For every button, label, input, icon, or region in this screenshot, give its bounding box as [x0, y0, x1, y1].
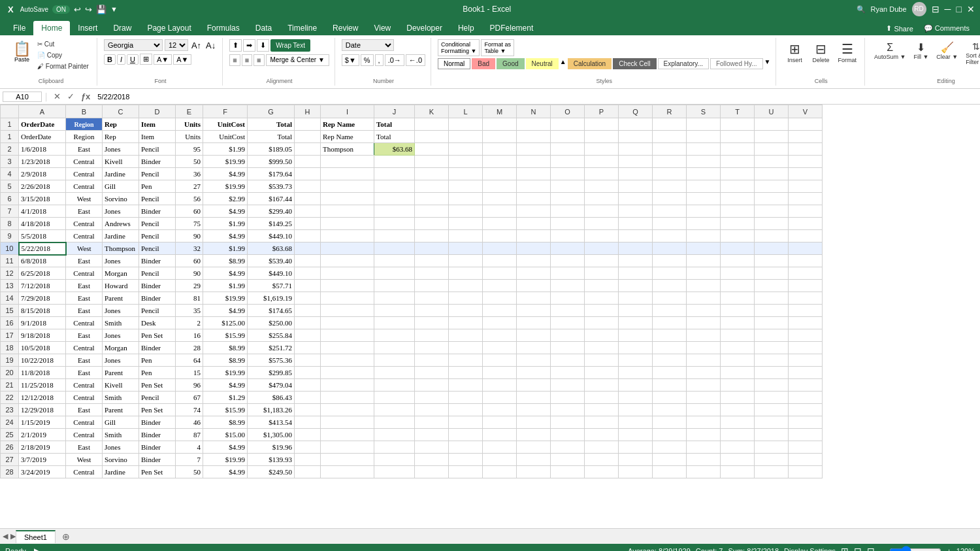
align-top-icon[interactable]: ⬆	[229, 39, 242, 52]
cell-a7[interactable]: 4/1/2018	[19, 205, 66, 218]
style-check-cell[interactable]: Check Cell	[613, 58, 656, 69]
autosum-button[interactable]: Σ AutoSum ▼	[872, 39, 908, 62]
cell-f9[interactable]: $4.99	[203, 230, 248, 242]
col-header-j[interactable]: J	[374, 105, 415, 118]
cell-d23[interactable]: Pen Set	[139, 404, 176, 416]
cell-d2[interactable]: Pencil	[139, 143, 176, 156]
wrap-text-button[interactable]: Wrap Text	[270, 39, 310, 52]
cell-i23[interactable]	[321, 404, 374, 416]
cell-c13[interactable]: Howard	[103, 280, 139, 292]
tab-insert[interactable]: Insert	[70, 21, 105, 35]
display-settings[interactable]: Display Settings	[784, 547, 836, 551]
cell-v25[interactable]	[789, 429, 823, 441]
cell-u3[interactable]	[755, 156, 789, 168]
row-header-11[interactable]: 11	[1, 255, 19, 267]
page-break-view-icon[interactable]: ⊡	[867, 546, 875, 551]
delete-button[interactable]: ⊟ Delete	[809, 39, 832, 65]
cell-i11[interactable]	[321, 255, 374, 267]
cell-k21[interactable]	[415, 379, 449, 392]
cell-j5[interactable]	[374, 180, 415, 193]
cell-t16[interactable]	[721, 317, 755, 329]
cell-n7[interactable]	[517, 205, 551, 218]
cell-h19[interactable]	[295, 354, 321, 367]
cell-m1[interactable]	[483, 118, 517, 131]
col-header-e[interactable]: E	[176, 105, 203, 118]
cell-j18[interactable]	[374, 342, 415, 354]
cell-v4[interactable]	[789, 168, 823, 180]
cell-i2[interactable]: Thompson	[321, 143, 374, 156]
cell-k11[interactable]	[415, 255, 449, 267]
confirm-formula-icon[interactable]: ✓	[65, 92, 76, 101]
row-header-10[interactable]: 10	[1, 242, 19, 255]
cell-b21[interactable]: Central	[66, 379, 103, 392]
cell-s12[interactable]	[687, 267, 721, 280]
cell-d27[interactable]: Binder	[139, 454, 176, 466]
cell-k7[interactable]	[415, 205, 449, 218]
row-header-23[interactable]: 23	[1, 404, 19, 416]
cell-f22[interactable]: $1.29	[203, 392, 248, 404]
row-header-20[interactable]: 20	[1, 367, 19, 379]
cell-e26[interactable]: 4	[176, 441, 203, 454]
style-good[interactable]: Good	[497, 58, 524, 69]
cell-t14[interactable]	[721, 292, 755, 305]
cell-d19[interactable]: Pen	[139, 354, 176, 367]
cell-l1[interactable]	[449, 118, 483, 131]
cell-m17[interactable]	[483, 329, 517, 342]
cell-e1[interactable]: Units	[176, 118, 203, 131]
cell-m15[interactable]	[483, 305, 517, 317]
cell-e10[interactable]: 32	[176, 242, 203, 255]
cell-a13[interactable]: 7/12/2018	[19, 280, 66, 292]
cell-f5[interactable]: $19.99	[203, 180, 248, 193]
cell-n4[interactable]	[517, 168, 551, 180]
cell-f1[interactable]: UnitCost	[203, 131, 248, 143]
cell-f20[interactable]: $19.99	[203, 367, 248, 379]
cell-i3[interactable]	[321, 156, 374, 168]
style-scroll-up[interactable]: ▲	[560, 58, 566, 69]
cell-b1[interactable]: Region	[66, 118, 103, 131]
cell-r1[interactable]	[653, 118, 687, 131]
cell-i16[interactable]	[321, 317, 374, 329]
cell-v6[interactable]	[789, 193, 823, 205]
cell-s6[interactable]	[687, 193, 721, 205]
cell-a25[interactable]: 2/1/2019	[19, 429, 66, 441]
cell-j25[interactable]	[374, 429, 415, 441]
cell-v26[interactable]	[789, 441, 823, 454]
cell-s20[interactable]	[687, 367, 721, 379]
cell-h23[interactable]	[295, 404, 321, 416]
corner-cell[interactable]	[1, 105, 19, 118]
row-header-8[interactable]: 8	[1, 218, 19, 230]
cell-s24[interactable]	[687, 416, 721, 429]
cell-v11[interactable]	[789, 255, 823, 267]
cell-m12[interactable]	[483, 267, 517, 280]
cell-e12[interactable]: 90	[176, 267, 203, 280]
cell-n21[interactable]	[517, 379, 551, 392]
cell-h24[interactable]	[295, 416, 321, 429]
row-header-13[interactable]: 13	[1, 280, 19, 292]
cell-j19[interactable]	[374, 354, 415, 367]
cell-l13[interactable]	[449, 280, 483, 292]
cell-j26[interactable]	[374, 441, 415, 454]
cell-n26[interactable]	[517, 441, 551, 454]
cell-u13[interactable]	[755, 280, 789, 292]
cell-t27[interactable]	[721, 454, 755, 466]
share-btn[interactable]: ⬆ Share	[881, 22, 918, 35]
cell-r15[interactable]	[653, 305, 687, 317]
style-bad[interactable]: Bad	[472, 58, 495, 69]
cell-m6[interactable]	[483, 193, 517, 205]
tab-formulas[interactable]: Formulas	[199, 21, 248, 35]
cell-h9[interactable]	[295, 230, 321, 242]
cell-c12[interactable]: Morgan	[103, 267, 139, 280]
cell-h1[interactable]	[295, 131, 321, 143]
cell-e4[interactable]: 36	[176, 168, 203, 180]
cell-i4[interactable]	[321, 168, 374, 180]
cell-l27[interactable]	[449, 454, 483, 466]
page-layout-view-icon[interactable]: ⊟	[854, 546, 862, 551]
cell-r24[interactable]	[653, 416, 687, 429]
cell-c1[interactable]: Rep	[103, 131, 139, 143]
cell-m21[interactable]	[483, 379, 517, 392]
cell-d15[interactable]: Pencil	[139, 305, 176, 317]
cell-v22[interactable]	[789, 392, 823, 404]
cell-t18[interactable]	[721, 342, 755, 354]
cell-t1[interactable]	[721, 118, 755, 131]
cell-j15[interactable]	[374, 305, 415, 317]
